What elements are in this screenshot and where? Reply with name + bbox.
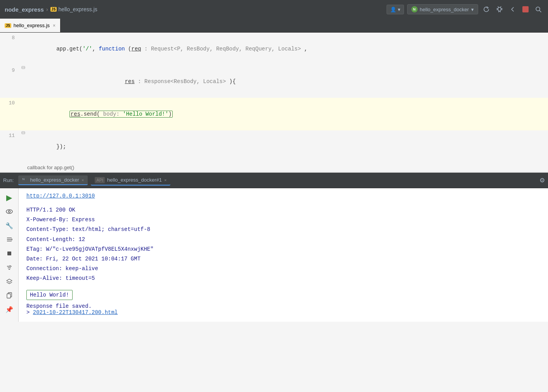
user-button[interactable]: 👤 ▾ (387, 5, 404, 14)
project-name[interactable]: node_express (5, 6, 44, 13)
refresh-icon (483, 6, 490, 13)
toolbar-right: 👤 ▾ N hello_express_docker ▾ (387, 4, 543, 14)
run-panel: Run: N hello_express_docker × API hello_… (0, 173, 548, 322)
run-config-label: hello_express_docker (420, 7, 469, 12)
keep-alive-line: Keep-Alive: timeout=5 (26, 274, 540, 283)
run-content: http://127.0.0.1:3010 HTTP/1.1 200 OK X-… (19, 188, 548, 322)
wrench-button[interactable]: 🔧 (3, 219, 16, 232)
run-label: Run: (3, 177, 14, 183)
run-config-button[interactable]: N hello_express_docker ▾ (407, 4, 478, 14)
eye-icon (6, 209, 13, 214)
content-length-line: Content-Length: 12 (26, 235, 540, 245)
etag-line: ETag: W/"c-Lve95gjOVATpfV8EL5X4nxwjKHE" (26, 245, 540, 254)
stop-square-icon (7, 251, 12, 256)
tab-close-icon[interactable]: × (53, 23, 55, 28)
eye-button[interactable] (3, 205, 16, 218)
code-line-9: 9 res : Response<ResBody, Locals> ){ (0, 65, 548, 98)
run-url-link[interactable]: http://127.0.0.1:3010 (26, 193, 540, 199)
run-settings-button[interactable]: ⚙ (539, 177, 545, 184)
file-tabs: JS hello_express.js × (0, 19, 548, 33)
debug-button[interactable] (494, 4, 505, 14)
code-lines: 8 app.get('/', function (req : Request<P… (0, 33, 548, 163)
file-tab-hello-express[interactable]: JS hello_express.js × (0, 19, 61, 32)
line-content-9[interactable]: res : Response<ResBody, Locals> ){ (27, 65, 548, 98)
file-link-arrow: > (26, 309, 33, 316)
filter-up-button[interactable] (3, 261, 16, 274)
line-num-8: 8 (0, 33, 19, 43)
back-button[interactable] (508, 4, 518, 14)
content-type-line: Content-Type: text/html; charset=utf-8 (26, 225, 540, 234)
gutter-dot-11 (21, 130, 26, 135)
api-label: API (96, 178, 103, 182)
line-content-11[interactable]: }); (27, 130, 548, 163)
breadcrumb-file: JS hello_express.js (50, 6, 97, 12)
js-file-badge: JS (50, 7, 57, 12)
svg-rect-16 (7, 294, 10, 298)
run-tab-1[interactable]: N hello_express_docker × (18, 175, 88, 185)
line-num-9: 9 (0, 65, 19, 76)
user-icon: 👤 (390, 7, 396, 12)
run-tab1-close[interactable]: × (82, 178, 84, 182)
line-num-10: 10 (0, 98, 19, 109)
copy-button[interactable] (3, 289, 16, 302)
tab-js-badge: JS (5, 23, 11, 28)
breadcrumb: node_express › JS hello_express.js (5, 6, 97, 13)
code-tooltip: callback for app.get() (0, 163, 548, 172)
run-config-chevron: ▾ (471, 7, 474, 12)
stop-square-button[interactable] (3, 247, 16, 260)
user-chevron: ▾ (398, 7, 401, 12)
svg-rect-10 (7, 252, 11, 255)
tooltip-text: callback for app.get() (27, 165, 74, 170)
code-line-11: 11 }); (0, 130, 548, 163)
svg-marker-14 (7, 279, 12, 282)
gutter-dot-9 (21, 65, 26, 70)
svg-point-5 (6, 210, 12, 213)
saved-message: Response file saved. (26, 303, 540, 309)
back-icon (509, 6, 516, 13)
list-scroll-button[interactable] (3, 233, 16, 246)
search-icon (535, 6, 542, 13)
line-num-11: 11 (0, 130, 19, 141)
filter-up-icon (6, 264, 12, 271)
layers-icon (6, 279, 12, 284)
node-icon: N (411, 6, 418, 12)
refresh-button[interactable] (481, 4, 491, 14)
code-editor: 8 app.get('/', function (req : Request<P… (0, 33, 548, 173)
code-line-10: 10 res.send( body: 'Hello World!') (0, 98, 548, 130)
settings-icon: ⚙ (539, 177, 545, 184)
run-tab2-close[interactable]: × (164, 178, 166, 182)
response-saved-text: Response file saved. > 2021-10-22T130417… (26, 303, 540, 316)
run-header: Run: N hello_express_docker × API hello_… (0, 173, 548, 188)
run-tab2-label: hello_express_docker#1 (107, 177, 162, 183)
list-scroll-icon (6, 236, 12, 243)
http-status-line: HTTP/1.1 200 OK (26, 205, 540, 215)
stop-icon (522, 6, 529, 12)
svg-point-6 (8, 211, 10, 213)
tab-filename: hello_express.js (14, 23, 50, 28)
breadcrumb-filename: hello_express.js (58, 6, 97, 12)
code-line-8: 8 app.get('/', function (req : Request<P… (0, 33, 548, 65)
response-body-box: Hello World! (26, 290, 73, 300)
response-file-line: > 2021-10-22T130417.200.html (26, 309, 540, 316)
copy-icon (7, 292, 12, 298)
stacked-layers-button[interactable] (3, 275, 16, 288)
run-tab-2[interactable]: API hello_express_docker#1 × (91, 175, 170, 186)
response-body-text: Hello World! (30, 292, 69, 298)
play-button[interactable]: ▶ (3, 191, 16, 204)
line-content-8[interactable]: app.get('/', function (req : Request<P, … (27, 33, 548, 65)
stop-button[interactable] (521, 5, 530, 14)
breadcrumb-separator: › (46, 6, 48, 12)
run-tab1-node-icon: N (22, 177, 28, 183)
response-file-link[interactable]: 2021-10-22T130417.200.html (33, 309, 118, 316)
search-button[interactable] (533, 4, 543, 14)
http-response: HTTP/1.1 200 OK X-Powered-By: Express Co… (26, 205, 540, 284)
pin-button[interactable]: 📌 (3, 303, 16, 316)
date-line: Date: Fri, 22 Oct 2021 10:04:17 GMT (26, 254, 540, 264)
run-sidebar: ▶ 🔧 (0, 188, 19, 322)
bug-icon (496, 6, 503, 13)
gutter-11 (19, 130, 27, 135)
run-tab2-api-badge: API (95, 177, 105, 183)
top-toolbar: node_express › JS hello_express.js 👤 ▾ N… (0, 0, 548, 19)
run-body: ▶ 🔧 (0, 188, 548, 322)
line-content-10[interactable]: res.send( body: 'Hello World!') (27, 98, 548, 130)
